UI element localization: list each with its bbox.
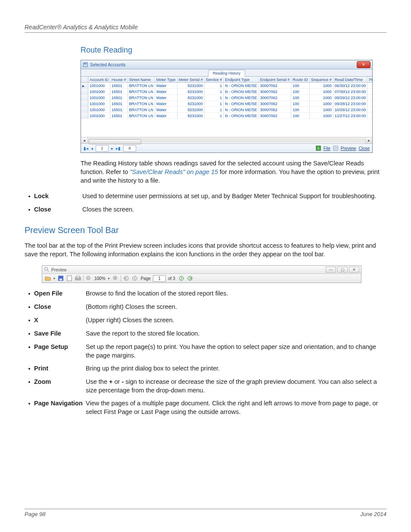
zoom-in-icon[interactable] <box>112 275 119 282</box>
prev-page-nav-icon[interactable] <box>131 275 139 282</box>
column-header[interactable]: Present Read <box>367 77 372 83</box>
horizontal-scrollbar[interactable]: ◄ ► <box>81 137 372 143</box>
cell: 16 <box>367 95 372 101</box>
table-row[interactable]: 100100016501BRATTON LNWater82310001N - O… <box>81 113 372 119</box>
cell: Water <box>155 113 177 119</box>
row-selector[interactable] <box>81 95 88 101</box>
page-number[interactable]: 1 <box>96 145 109 152</box>
maximize-button[interactable]: ▢ <box>337 267 348 273</box>
zoom-dropdown-icon[interactable]: ▼ <box>107 275 111 282</box>
cell: 100 <box>291 113 310 119</box>
cell: 07/30/12 23:00:00 <box>333 89 367 95</box>
cell: 10/28/12 23:00:00 <box>333 107 367 113</box>
table-row[interactable]: 100100016501BRATTON LNWater82310001N - O… <box>81 83 372 89</box>
row-selector[interactable] <box>81 83 88 89</box>
excel-icon[interactable]: X <box>316 146 321 151</box>
column-header[interactable]: Street Name <box>128 77 155 83</box>
column-header[interactable]: Sequence # <box>309 77 333 83</box>
bullet-icon: • <box>25 342 34 352</box>
scroll-right-icon[interactable]: ► <box>365 137 372 143</box>
definition-item: •Page NavigationView the pages of a mult… <box>25 399 386 416</box>
table-row[interactable]: 100100016501BRATTON LNWater82310001N - O… <box>81 95 372 101</box>
definition-item: •ZoomUse the + or - sign to increase or … <box>25 377 386 395</box>
cell: 8231000 <box>177 101 204 107</box>
next-page-nav-icon[interactable] <box>177 275 185 282</box>
row-selector[interactable] <box>81 101 88 107</box>
next-page-icon[interactable]: ▸ <box>111 146 113 151</box>
bullet-icon: • <box>25 316 34 325</box>
page-number-footer: Page 98 <box>25 511 45 517</box>
definition-text: Used to determine user permissions at se… <box>82 192 386 200</box>
zoom-value[interactable]: 100% <box>93 276 106 281</box>
row-selector[interactable] <box>81 113 88 119</box>
column-header[interactable]: Route ID <box>291 77 310 83</box>
zoom-out-icon[interactable] <box>85 275 93 282</box>
row-selector[interactable] <box>81 107 88 113</box>
save-clear-reads-link[interactable]: "Save/Clear Reads" on page 15 <box>130 168 218 175</box>
cell: BRATTON LN <box>128 95 155 101</box>
minimize-button[interactable]: — <box>326 267 336 273</box>
table-row[interactable]: 100100016501BRATTON LNWater82310001N - O… <box>81 101 372 107</box>
cell: N - ORION ME/SE <box>224 107 259 113</box>
save-file-icon[interactable] <box>57 275 65 282</box>
print-icon[interactable] <box>74 275 82 282</box>
column-header[interactable]: Meter Type <box>155 77 177 83</box>
page-date-footer: June 2014 <box>360 511 386 517</box>
cell: 16501 <box>110 113 128 119</box>
bullet-icon: • <box>25 192 34 201</box>
row-selector[interactable] <box>81 89 88 95</box>
column-header[interactable]: Meter Serial # <box>177 77 204 83</box>
running-head: ReadCenter® Analytics & Analytics Mobile <box>25 24 386 33</box>
definition-item: •Open FileBrowse to find the location of… <box>25 289 386 298</box>
last-page-icon[interactable]: ▸▮ <box>116 146 121 151</box>
page-input[interactable]: 1 <box>153 275 166 282</box>
cell: 1000 <box>309 95 333 101</box>
first-page-nav-icon[interactable] <box>122 275 130 282</box>
table-row[interactable]: 100100016501BRATTON LNWater82310001N - O… <box>81 107 372 113</box>
cell: 30007062 <box>258 89 291 95</box>
cell: Water <box>155 95 177 101</box>
scrollbar-thumb[interactable] <box>89 139 141 144</box>
tab-reading-history[interactable]: Reading History <box>208 70 245 77</box>
last-page-nav-icon[interactable] <box>186 275 194 282</box>
definition-text: (Upper right) Closes the screen. <box>86 316 386 324</box>
svg-text:X: X <box>317 146 320 150</box>
column-header[interactable]: Endpoint Type <box>224 77 259 83</box>
column-header[interactable] <box>81 77 88 83</box>
preview-toolbar-heading: Preview Screen Tool Bar <box>25 225 386 235</box>
cell: 1000 <box>309 83 333 89</box>
cell: 11/27/12 23:00:00 <box>333 113 367 119</box>
preview-link[interactable]: Preview <box>341 146 356 151</box>
page-of: of 3 <box>167 276 177 281</box>
column-header[interactable]: Service # <box>204 77 224 83</box>
prev-page-icon[interactable]: ◂ <box>91 146 93 151</box>
page-total: 6 <box>123 145 136 152</box>
svg-rect-10 <box>67 276 72 281</box>
open-file-icon[interactable] <box>44 275 52 282</box>
preview-icon[interactable] <box>333 146 338 151</box>
window-titlebar: Selected Accounts ✕ <box>81 60 372 69</box>
cell: BRATTON LN <box>128 113 155 119</box>
window-title: Selected Accounts <box>90 62 125 67</box>
cell: N - ORION ME/SE <box>224 101 259 107</box>
window-close-button[interactable]: ✕ <box>357 61 371 68</box>
column-header[interactable]: Endpoint Serial # <box>258 77 291 83</box>
cell: BRATTON LN <box>128 101 155 107</box>
close-link[interactable]: Close <box>358 146 370 151</box>
definition-text: Browse to find the location of the store… <box>86 289 386 298</box>
first-page-icon[interactable]: ▮◂ <box>84 146 88 151</box>
page-setup-icon[interactable] <box>65 275 73 282</box>
definition-term: Zoom <box>34 377 86 386</box>
file-link[interactable]: File <box>324 146 330 151</box>
preview-intro: The tool bar at the top of the Print Pre… <box>25 241 386 258</box>
close-button[interactable]: ✕ <box>349 267 359 273</box>
column-header[interactable]: Account ID <box>88 77 110 83</box>
table-row[interactable]: 100100016501BRATTON LNWater82310001N - O… <box>81 89 372 95</box>
cell: 06/30/12 23:00:00 <box>333 83 367 89</box>
dropdown-icon[interactable]: ▼ <box>53 275 56 282</box>
cell: 21 <box>367 101 372 107</box>
column-header[interactable]: Read Date/Time <box>333 77 367 83</box>
column-header[interactable]: House # <box>110 77 128 83</box>
cell: 1 <box>204 83 224 89</box>
scroll-left-icon[interactable]: ◄ <box>81 137 88 143</box>
